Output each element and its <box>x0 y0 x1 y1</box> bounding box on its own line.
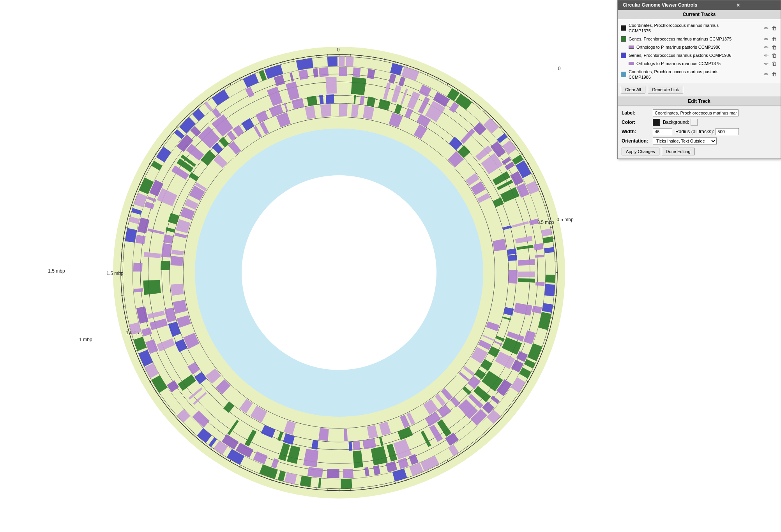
svg-text:0.5 mbp: 0.5 mbp <box>557 217 574 222</box>
track-delete-button[interactable]: 🗑 <box>771 61 777 67</box>
panel-titlebar: Circular Genome Viewer Controls × <box>618 0 781 10</box>
track-color-swatch <box>621 72 626 77</box>
track-name-label: Orthologs to P. marinus marinus CCMP1375 <box>636 61 762 66</box>
track-name-label: Orthologs to P. marinus pastoris CCMP198… <box>636 44 762 50</box>
fg-color-swatch[interactable] <box>653 119 660 126</box>
track-row: Coordinates, Prochlorococcus marinus mar… <box>621 21 777 35</box>
label-field-label: Label: <box>622 110 653 116</box>
track-row: Genes, Prochlorococcus marinus marinus C… <box>621 35 777 43</box>
track-actions: ✏🗑 <box>763 25 777 31</box>
track-color-swatch <box>629 62 634 65</box>
track-delete-button[interactable]: 🗑 <box>771 71 777 77</box>
track-name-label: Coordinates, Prochlorococcus marinus pas… <box>629 69 762 80</box>
radius-field-label: Radius (all tracks): <box>675 129 714 134</box>
close-button[interactable]: × <box>699 2 777 8</box>
tracks-footer: Clear All Generate Link <box>618 83 781 97</box>
track-actions: ✏🗑 <box>763 36 777 42</box>
track-edit-button[interactable]: ✏ <box>763 25 769 31</box>
edit-footer: Apply Changes Done Editing <box>622 148 777 155</box>
track-color-swatch <box>621 25 626 31</box>
generate-link-button[interactable]: Generate Link <box>648 86 683 93</box>
track-delete-button[interactable]: 🗑 <box>771 44 777 50</box>
track-edit-button[interactable]: ✏ <box>763 36 769 42</box>
clear-all-button[interactable]: Clear All <box>621 86 645 93</box>
track-row: Orthologs to P. marinus marinus CCMP1375… <box>621 60 777 68</box>
width-row: Width: Radius (all tracks): <box>622 128 777 135</box>
track-actions: ✏🗑 <box>763 71 777 77</box>
svg-point-2 <box>242 175 436 370</box>
track-delete-button[interactable]: 🗑 <box>771 53 777 58</box>
done-editing-button[interactable]: Done Editing <box>662 148 695 155</box>
svg-text:0: 0 <box>337 47 340 53</box>
track-color-swatch <box>621 53 626 58</box>
tracks-list: Coordinates, Prochlorococcus marinus mar… <box>618 19 781 83</box>
bg-color-swatch[interactable] <box>691 119 698 126</box>
track-edit-button[interactable]: ✏ <box>763 53 769 58</box>
svg-text:1.5 mbp: 1.5 mbp <box>106 271 124 276</box>
control-panel: Circular Genome Viewer Controls × Curren… <box>617 0 781 159</box>
track-edit-button[interactable]: ✏ <box>763 44 769 50</box>
edit-track-section: Label: Color: Background: Width: Radius … <box>618 106 781 159</box>
width-field-label: Width: <box>622 129 653 134</box>
track-edit-button[interactable]: ✏ <box>763 61 769 67</box>
track-name-label: Coordinates, Prochlorococcus marinus mar… <box>629 23 762 34</box>
apply-changes-button[interactable]: Apply Changes <box>622 148 659 155</box>
track-row: Orthologs to P. marinus pastoris CCMP198… <box>621 43 777 51</box>
track-actions: ✏🗑 <box>763 53 777 58</box>
label-input[interactable] <box>653 109 739 116</box>
track-color-swatch <box>629 46 634 49</box>
track-name-label: Genes, Prochlorococcus marinus marinus C… <box>629 36 762 42</box>
svg-text:1 mbp: 1 mbp <box>79 337 92 342</box>
radius-input[interactable] <box>716 128 739 135</box>
track-actions: ✏🗑 <box>763 44 777 50</box>
edit-track-header: Edit Track <box>618 97 781 106</box>
svg-text:1.5 mbp: 1.5 mbp <box>48 268 65 274</box>
svg-text:0: 0 <box>558 66 561 71</box>
track-delete-button[interactable]: 🗑 <box>771 36 777 42</box>
track-row: Genes, Prochlorococcus marinus pastoris … <box>621 51 777 60</box>
width-input[interactable] <box>653 128 672 135</box>
color-field-label: Color: <box>622 120 653 125</box>
svg-text:0.5 mbp: 0.5 mbp <box>537 220 554 225</box>
track-edit-button[interactable]: ✏ <box>763 71 769 77</box>
track-actions: ✏🗑 <box>763 61 777 67</box>
track-row: Coordinates, Prochlorococcus marinus pas… <box>621 68 777 81</box>
panel-title: Circular Genome Viewer Controls <box>621 2 699 8</box>
orientation-field-label: Orientation: <box>622 138 653 144</box>
track-color-swatch <box>621 36 626 42</box>
orientation-row: Orientation: Ticks Inside, Text Outside … <box>622 137 777 144</box>
current-tracks-header: Current Tracks <box>618 10 781 19</box>
track-delete-button[interactable]: 🗑 <box>771 25 777 31</box>
track-name-label: Genes, Prochlorococcus marinus pastoris … <box>629 53 762 58</box>
color-row: Color: Background: <box>622 119 777 126</box>
label-row: Label: <box>622 109 777 116</box>
background-label: Background: <box>663 120 689 125</box>
orientation-select[interactable]: Ticks Inside, Text Outside Ticks Outside… <box>653 137 717 144</box>
